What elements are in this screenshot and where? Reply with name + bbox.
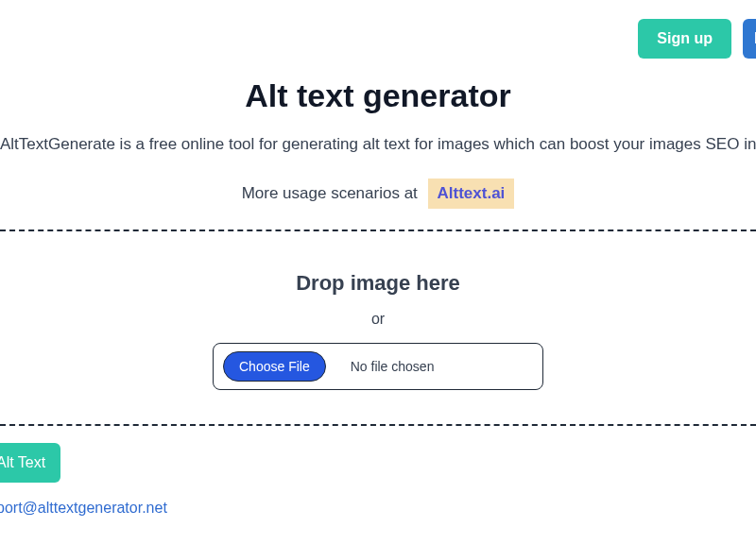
header-buttons: Sign up L xyxy=(638,19,756,59)
contact-line: t us support@alttextgenerator.net xyxy=(0,500,756,517)
more-usage-line: More usage scenarios at Alttext.ai xyxy=(0,178,756,209)
generate-alt-text-button[interactable]: erate Alt Text xyxy=(0,443,60,483)
alttext-ai-badge[interactable]: Alttext.ai xyxy=(428,178,515,209)
no-file-chosen-label: No file chosen xyxy=(351,359,435,374)
login-button[interactable]: L xyxy=(743,19,756,59)
page-title: Alt text generator xyxy=(0,77,756,114)
divider-top xyxy=(0,230,756,231)
site-header: Sign up L xyxy=(0,0,756,74)
page-subtitle: AltTextGenerate is a free online tool fo… xyxy=(0,135,756,154)
drop-image-title: Drop image here xyxy=(0,271,756,296)
more-usage-prefix: More usage scenarios at xyxy=(242,184,422,202)
choose-file-button[interactable]: Choose File xyxy=(223,351,326,382)
divider-bottom xyxy=(0,424,756,426)
file-input-wrapper: Choose File No file chosen xyxy=(0,343,756,390)
support-email-link[interactable]: support@alttextgenerator.net xyxy=(0,500,167,516)
or-label: or xyxy=(0,311,756,328)
signup-button[interactable]: Sign up xyxy=(638,19,731,59)
file-input-box[interactable]: Choose File No file chosen xyxy=(213,343,543,390)
